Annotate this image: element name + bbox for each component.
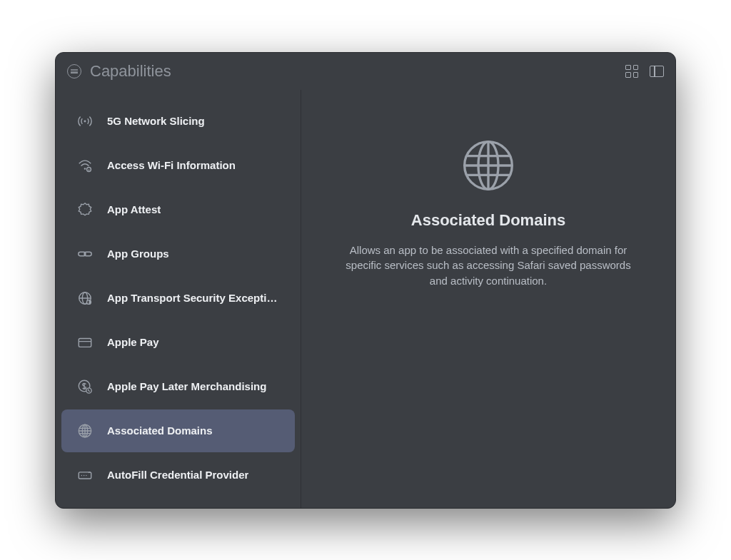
window-header: Capabilities — [56, 53, 675, 90]
sidebar-item-5g-network-slicing[interactable]: 5G Network Slicing — [61, 100, 295, 143]
detail-title: Associated Domains — [411, 211, 565, 230]
sidebar-item-app-groups[interactable]: App Groups — [61, 233, 295, 275]
dollar-badge-icon — [77, 379, 93, 394]
sidebar-item-label: App Transport Security Excepti… — [107, 292, 277, 304]
header-left: Capabilities — [67, 62, 625, 81]
svg-point-22 — [86, 474, 86, 475]
header-right — [625, 65, 664, 78]
svg-point-0 — [84, 120, 86, 122]
content-area: 5G Network Slicing Access Wi-Fi Informat… — [56, 90, 675, 508]
sidebar-item-app-attest[interactable]: App Attest — [61, 188, 295, 231]
sidebar-item-label: App Attest — [107, 203, 161, 215]
card-icon — [77, 335, 93, 350]
sidebar-item-apple-pay[interactable]: Apple Pay — [61, 321, 295, 364]
password-icon — [77, 467, 93, 483]
sidebar-toggle-icon[interactable] — [650, 66, 664, 77]
sidebar-item-label: Access Wi-Fi Information — [107, 159, 236, 171]
grid-view-icon[interactable] — [625, 65, 638, 78]
svg-point-1 — [84, 168, 86, 170]
sidebar-item-autofill-credential-provider[interactable]: AutoFill Credential Provider — [61, 454, 295, 497]
capabilities-sidebar[interactable]: 5G Network Slicing Access Wi-Fi Informat… — [56, 90, 301, 508]
globe-icon — [77, 423, 93, 439]
globe-icon — [460, 137, 517, 194]
sidebar-item-apple-pay-later-merchandising[interactable]: Apple Pay Later Merchandising — [61, 365, 295, 408]
sidebar-item-access-wifi-information[interactable]: Access Wi-Fi Information — [61, 144, 295, 187]
globe-half-icon — [77, 290, 93, 306]
svg-point-20 — [81, 474, 82, 475]
page-title: Capabilities — [90, 62, 171, 81]
link-icon — [77, 246, 93, 262]
svg-point-21 — [84, 474, 84, 475]
sidebar-item-app-transport-security-exceptions[interactable]: App Transport Security Excepti… — [61, 277, 295, 320]
svg-rect-19 — [79, 472, 91, 478]
sidebar-item-label: AutoFill Credential Provider — [107, 469, 248, 481]
svg-rect-11 — [79, 338, 91, 347]
sidebar-item-label: 5G Network Slicing — [107, 115, 205, 127]
antenna-icon — [77, 113, 93, 129]
menu-icon[interactable] — [67, 64, 81, 78]
sidebar-item-associated-domains[interactable]: Associated Domains — [61, 409, 295, 452]
detail-panel: Associated Domains Allows an app to be a… — [301, 90, 675, 508]
sidebar-item-label: Apple Pay Later Merchandising — [107, 380, 266, 392]
sidebar-item-label: Associated Domains — [107, 424, 213, 437]
sidebar-item-label: Apple Pay — [107, 336, 159, 348]
detail-description: Allows an app to be associated with a sp… — [336, 243, 641, 289]
capabilities-window: Capabilities 5G Network Slicing — [55, 52, 676, 509]
sidebar-item-label: App Groups — [107, 248, 169, 260]
seal-icon — [77, 202, 93, 218]
wifi-info-icon — [77, 158, 93, 173]
